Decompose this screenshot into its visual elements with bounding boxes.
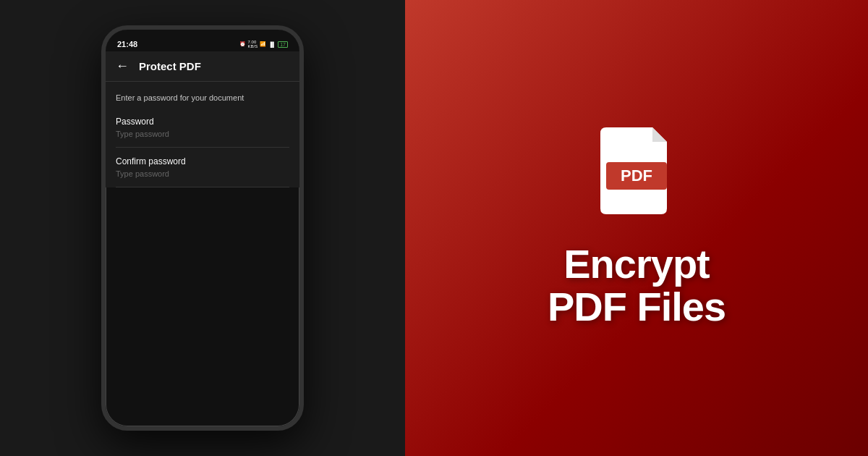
wifi-icon: 📶: [260, 41, 266, 47]
phone-mockup: 21:48 ⏰ 7.00KB/S 📶 ▐▌ 17 ← Protect PDF E…: [101, 25, 304, 431]
encrypt-line1: Encrypt: [548, 243, 726, 286]
left-section: 21:48 ⏰ 7.00KB/S 📶 ▐▌ 17 ← Protect PDF E…: [0, 0, 405, 456]
kb-text: 7.00KB/S: [248, 40, 258, 48]
right-section: PDF Encrypt PDF Files: [405, 0, 868, 456]
alarm-icon: ⏰: [239, 41, 246, 47]
confirm-password-field: Confirm password Type password: [116, 148, 289, 187]
status-time: 21:48: [117, 40, 137, 48]
back-button[interactable]: ←: [116, 59, 129, 74]
password-input[interactable]: Type password: [116, 130, 289, 138]
status-icons: ⏰ 7.00KB/S 📶 ▐▌ 17: [239, 40, 288, 48]
password-field: Password Type password: [116, 108, 289, 148]
pdf-icon-container: PDF: [600, 127, 673, 229]
screen-description: Enter a password for your document: [106, 82, 299, 108]
status-bar: 21:48 ⏰ 7.00KB/S 📶 ▐▌ 17: [106, 30, 299, 51]
pdf-file-icon: PDF: [600, 127, 673, 214]
encrypt-headline: Encrypt PDF Files: [548, 243, 726, 329]
app-title: Protect PDF: [139, 60, 201, 72]
confirm-password-label: Confirm password: [116, 156, 289, 166]
password-label: Password: [116, 117, 289, 127]
phone-screen: Enter a password for your document Passw…: [106, 82, 299, 187]
confirm-password-input[interactable]: Type password: [116, 169, 289, 178]
pdf-file-svg: PDF: [600, 127, 673, 214]
encrypt-line2: PDF Files: [548, 286, 726, 329]
signal-icon: ▐▌: [268, 42, 276, 47]
app-bar: ← Protect PDF: [106, 51, 299, 82]
svg-text:PDF: PDF: [621, 166, 652, 185]
battery-icon: 17: [278, 41, 288, 48]
form-section: Password Type password Confirm password …: [106, 108, 299, 187]
